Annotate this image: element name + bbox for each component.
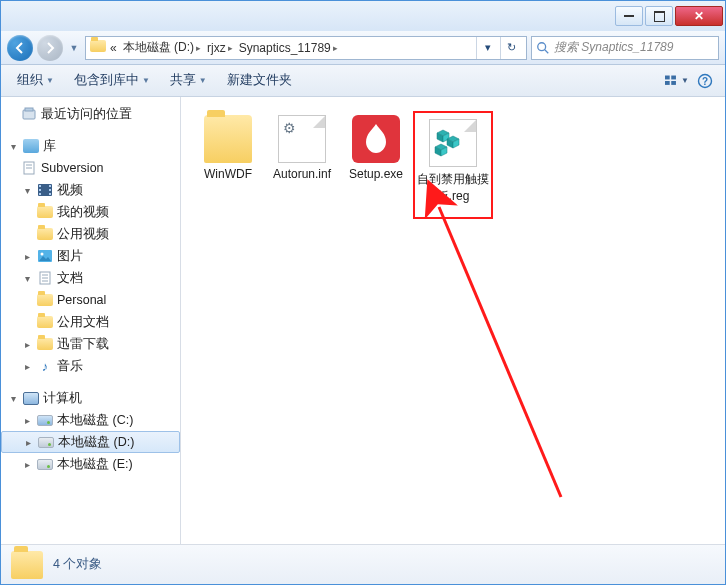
sidebar-item-public-videos[interactable]: 公用视频 [1, 223, 180, 245]
breadcrumb-item[interactable]: 本地磁盘 (D:)▸ [121, 39, 203, 56]
svg-rect-18 [49, 189, 51, 191]
help-button[interactable]: ? [693, 70, 717, 92]
sidebar-item-music[interactable]: ▸ ♪ 音乐 [1, 355, 180, 377]
file-item[interactable]: ⚙ Autorun.inf [265, 111, 339, 219]
svg-rect-4 [665, 81, 670, 85]
expand-icon[interactable]: ▸ [22, 437, 34, 448]
breadcrumb-item[interactable]: Synaptics_11789▸ [237, 41, 340, 55]
svg-point-0 [538, 42, 546, 50]
folder-icon [37, 314, 53, 330]
svg-rect-9 [25, 108, 33, 111]
svg-point-21 [41, 253, 44, 256]
music-icon: ♪ [37, 358, 53, 374]
folder-icon [37, 336, 53, 352]
folder-icon [37, 226, 53, 242]
svg-line-26 [439, 207, 561, 497]
pictures-icon [37, 248, 53, 264]
folder-icon [90, 40, 106, 55]
sidebar-item-libraries[interactable]: ▾ 库 [1, 135, 180, 157]
collapse-icon[interactable]: ▾ [21, 273, 33, 284]
file-label: Autorun.inf [273, 167, 331, 181]
file-item-highlighted[interactable]: 自到禁用触摸板.reg [413, 111, 493, 219]
search-icon [536, 41, 550, 55]
expand-icon[interactable]: ▸ [21, 251, 33, 262]
sidebar-item-pictures[interactable]: ▸ 图片 [1, 245, 180, 267]
drive-icon [38, 434, 54, 450]
include-in-library-button[interactable]: 包含到库中▼ [66, 68, 158, 93]
expand-icon[interactable]: ▸ [21, 415, 33, 426]
svg-text:?: ? [702, 76, 708, 87]
refresh-button[interactable]: ↻ [500, 37, 522, 59]
back-button[interactable] [7, 35, 33, 61]
history-dropdown[interactable]: ▼ [67, 35, 81, 61]
breadcrumb-item[interactable]: rjxz▸ [205, 41, 235, 55]
new-folder-button[interactable]: 新建文件夹 [219, 68, 300, 93]
file-item[interactable]: Setup.exe [339, 111, 413, 219]
svg-rect-19 [49, 193, 51, 195]
collapse-icon[interactable]: ▾ [21, 185, 33, 196]
close-button[interactable] [675, 6, 723, 26]
status-bar: 4 个对象 [1, 544, 725, 584]
svg-rect-16 [39, 193, 41, 195]
reg-file-icon [429, 119, 477, 167]
sidebar-item-personal[interactable]: Personal [1, 289, 180, 311]
breadcrumb-prefix: « [108, 41, 119, 55]
sidebar-item-drive-e[interactable]: ▸ 本地磁盘 (E:) [1, 453, 180, 475]
navigation-bar: ▼ « 本地磁盘 (D:)▸ rjxz▸ Synaptics_11789▸ ▾ … [1, 31, 725, 65]
expand-icon[interactable]: ▸ [21, 459, 33, 470]
document-icon [21, 160, 37, 176]
view-options-button[interactable]: ▼ [665, 70, 689, 92]
sidebar-item-videos[interactable]: ▾ 视频 [1, 179, 180, 201]
recent-places-icon [21, 106, 37, 122]
svg-rect-5 [671, 81, 676, 85]
drive-icon [37, 412, 53, 428]
file-list[interactable]: WinWDF ⚙ Autorun.inf Setup.exe [181, 97, 725, 544]
svg-rect-2 [665, 75, 670, 79]
sidebar-item-computer[interactable]: ▾ 计算机 [1, 387, 180, 409]
file-label: Setup.exe [349, 167, 403, 181]
folder-item[interactable]: WinWDF [191, 111, 265, 219]
command-toolbar: 组织▼ 包含到库中▼ 共享▼ 新建文件夹 ▼ ? [1, 65, 725, 97]
sidebar-item-subversion[interactable]: Subversion [1, 157, 180, 179]
computer-icon [23, 390, 39, 406]
sidebar-item-my-videos[interactable]: 我的视频 [1, 201, 180, 223]
explorer-window: ▼ « 本地磁盘 (D:)▸ rjxz▸ Synaptics_11789▸ ▾ … [0, 0, 726, 585]
collapse-icon[interactable]: ▾ [7, 141, 19, 152]
sidebar-item-public-documents[interactable]: 公用文档 [1, 311, 180, 333]
titlebar [1, 1, 725, 31]
expand-icon[interactable]: ▸ [21, 361, 33, 372]
setup-exe-icon [352, 115, 400, 163]
svg-rect-3 [671, 75, 676, 79]
inf-file-icon: ⚙ [278, 115, 326, 163]
folder-icon [11, 551, 43, 579]
sidebar-item-drive-c[interactable]: ▸ 本地磁盘 (C:) [1, 409, 180, 431]
explorer-body: 最近访问的位置 ▾ 库 Subversion ▾ 视频 我的视频 公用视频 ▸ [1, 97, 725, 544]
minimize-button[interactable] [615, 6, 643, 26]
address-bar[interactable]: « 本地磁盘 (D:)▸ rjxz▸ Synaptics_11789▸ ▾ ↻ [85, 36, 527, 60]
share-button[interactable]: 共享▼ [162, 68, 215, 93]
sidebar-item-xunlei[interactable]: ▸ 迅雷下载 [1, 333, 180, 355]
videos-icon [37, 182, 53, 198]
folder-icon [37, 204, 53, 220]
search-placeholder: 搜索 Synaptics_11789 [554, 39, 673, 56]
search-input[interactable]: 搜索 Synaptics_11789 [531, 36, 719, 60]
sidebar-item-drive-d[interactable]: ▸ 本地磁盘 (D:) [1, 431, 180, 453]
status-text: 4 个对象 [53, 556, 102, 573]
address-dropdown[interactable]: ▾ [476, 37, 498, 59]
organize-button[interactable]: 组织▼ [9, 68, 62, 93]
forward-button[interactable] [37, 35, 63, 61]
sidebar-item-recent[interactable]: 最近访问的位置 [1, 103, 180, 125]
folder-icon [204, 115, 252, 163]
drive-icon [37, 456, 53, 472]
expand-icon[interactable]: ▸ [21, 339, 33, 350]
file-label: WinWDF [204, 167, 252, 181]
libraries-icon [23, 138, 39, 154]
documents-icon [37, 270, 53, 286]
sidebar-item-documents[interactable]: ▾ 文档 [1, 267, 180, 289]
svg-rect-14 [39, 185, 41, 187]
navigation-pane: 最近访问的位置 ▾ 库 Subversion ▾ 视频 我的视频 公用视频 ▸ [1, 97, 181, 544]
maximize-button[interactable] [645, 6, 673, 26]
collapse-icon[interactable]: ▾ [7, 393, 19, 404]
svg-rect-15 [39, 189, 41, 191]
svg-rect-17 [49, 185, 51, 187]
